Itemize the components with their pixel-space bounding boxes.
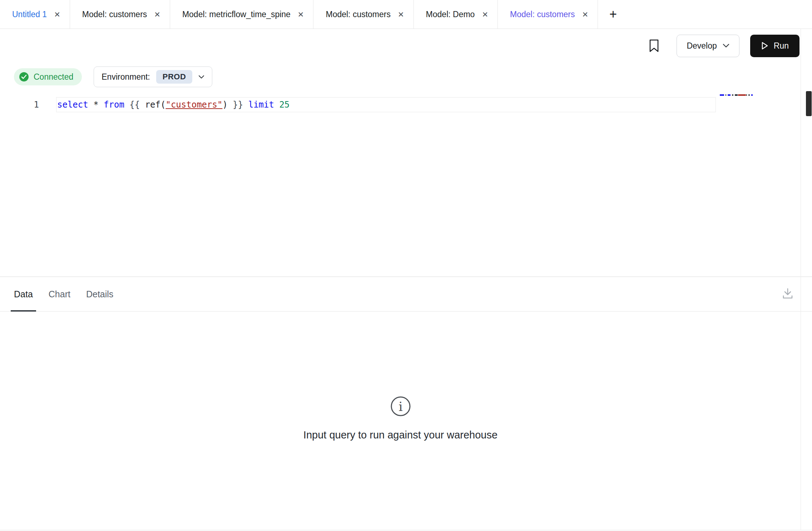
code-token-plain <box>274 100 279 110</box>
play-icon <box>761 41 769 50</box>
code-token-plain: ) <box>222 100 227 110</box>
code-token-plain <box>243 100 248 110</box>
tab-close-icon[interactable]: ✕ <box>398 11 404 18</box>
minimap-token <box>720 94 724 96</box>
minimap-token <box>751 94 753 96</box>
code-token-plain <box>99 100 104 110</box>
develop-button[interactable]: Develop <box>677 35 739 57</box>
tab-close-icon[interactable]: ✕ <box>582 11 589 18</box>
minimap-token <box>732 94 733 96</box>
empty-state-message: Input query to run against your warehous… <box>0 429 801 441</box>
environment-value-badge: PROD <box>156 70 193 84</box>
code-token-plain: ref( <box>145 100 166 110</box>
results-tab-details[interactable]: Details <box>86 277 113 311</box>
code-token-keyword: limit <box>248 100 274 110</box>
code-token-plain <box>140 100 145 110</box>
results-header: DataChartDetails <box>0 277 812 312</box>
tab-model-customers[interactable]: Model: customers✕ <box>498 0 598 29</box>
results-panel: DataChartDetails i Input query to run ag… <box>0 277 812 531</box>
tab-label: Model: customers <box>326 10 391 19</box>
chevron-down-icon <box>198 75 204 79</box>
environment-dropdown[interactable]: Environment: PROD <box>94 66 212 87</box>
minimap[interactable] <box>720 94 753 100</box>
tab-untitled-1[interactable]: Untitled 1✕ <box>0 0 70 29</box>
results-tab-data[interactable]: Data <box>14 277 33 311</box>
editor-scrollbar-thumb[interactable] <box>806 91 812 116</box>
minimap-token <box>726 94 726 96</box>
info-icon: i <box>390 396 411 417</box>
new-tab-button[interactable]: + <box>598 0 628 29</box>
empty-state: i Input query to run against your wareho… <box>0 396 801 441</box>
toolbar: Develop Run <box>0 29 812 63</box>
bookmark-icon <box>649 39 659 53</box>
sql-editor[interactable]: 1 select * from {{ ref("customers") }} l… <box>0 91 812 277</box>
code-token-number: 25 <box>279 100 289 110</box>
results-tab-chart[interactable]: Chart <box>49 277 70 311</box>
code-token-plain <box>124 100 129 110</box>
run-button[interactable]: Run <box>750 35 799 57</box>
connection-status-label: Connected <box>34 72 73 82</box>
minimap-token <box>746 94 747 96</box>
svg-text:i: i <box>398 399 403 414</box>
code-line[interactable]: select * from {{ ref("customers") }} lim… <box>57 97 289 112</box>
tab-close-icon[interactable]: ✕ <box>154 11 160 18</box>
run-label: Run <box>774 41 789 51</box>
code-token-keyword: select <box>57 100 88 110</box>
tab-close-icon[interactable]: ✕ <box>298 11 304 18</box>
tab-label: Model: metricflow_time_spine <box>182 10 291 19</box>
code-token-jinja: {{ <box>129 100 140 110</box>
right-pane-divider <box>801 29 801 530</box>
tab-close-icon[interactable]: ✕ <box>54 11 60 18</box>
bottom-border <box>0 530 812 530</box>
code-token-plain <box>228 100 233 110</box>
code-token-jinja: }} <box>233 100 243 110</box>
develop-label: Develop <box>687 41 717 51</box>
tab-label: Model: customers <box>82 10 147 19</box>
minimap-token <box>748 94 750 96</box>
minimap-line <box>720 94 753 96</box>
tab-bar: Untitled 1✕Model: customers✕Model: metri… <box>0 0 812 29</box>
code-token-string-link[interactable]: "customers" <box>165 100 222 110</box>
line-number: 1 <box>0 97 46 112</box>
app-root: Untitled 1✕Model: customers✕Model: metri… <box>0 0 812 531</box>
environment-label: Environment: <box>102 72 150 82</box>
chevron-down-icon <box>723 44 729 48</box>
status-row: Connected Environment: PROD <box>0 63 812 91</box>
check-icon <box>19 72 29 82</box>
download-button[interactable] <box>781 287 794 301</box>
bookmark-button[interactable] <box>649 39 659 53</box>
connection-status-badge: Connected <box>14 68 82 85</box>
tab-model-customers[interactable]: Model: customers✕ <box>70 0 170 29</box>
tab-close-icon[interactable]: ✕ <box>482 11 488 18</box>
tab-label: Model: Demo <box>426 10 475 19</box>
tab-label: Model: customers <box>510 10 575 19</box>
code-token-keyword: from <box>104 100 124 110</box>
code-token-plain: * <box>93 100 98 110</box>
tab-model-demo[interactable]: Model: Demo✕ <box>414 0 498 29</box>
minimap-token <box>728 94 731 96</box>
code-token-plain <box>88 100 93 110</box>
tab-model-customers[interactable]: Model: customers✕ <box>313 0 414 29</box>
tab-model-metricflow-time-spine[interactable]: Model: metricflow_time_spine✕ <box>170 0 314 29</box>
tab-label: Untitled 1 <box>12 10 47 19</box>
minimap-token <box>738 94 746 96</box>
minimap-token <box>735 94 738 96</box>
download-icon <box>781 287 794 300</box>
